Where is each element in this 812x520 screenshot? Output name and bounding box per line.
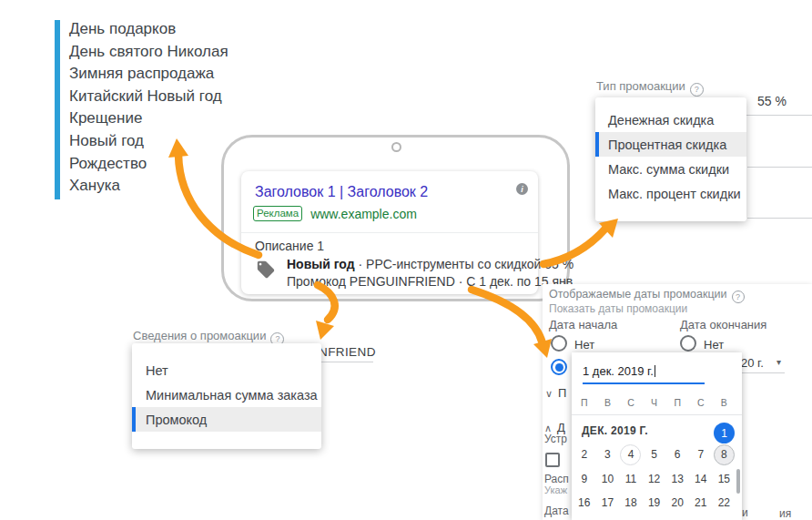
calendar-day[interactable]: 13: [665, 467, 689, 491]
promotion-type-label-text: Тип промоакции: [596, 79, 685, 93]
calendar-day[interactable]: 9: [573, 467, 596, 491]
day-number: 11: [620, 469, 641, 490]
holiday-list-accent-bar: [55, 20, 60, 199]
weekday: Ч: [643, 396, 666, 409]
calendar-day[interactable]: 22: [713, 491, 736, 515]
calendar-week-row: 16 17 18 19 20 21 22: [573, 491, 736, 515]
promo-occasion-name: Новый год: [287, 257, 355, 271]
holiday-occasion-list: День подарков День святого Николая Зимня…: [69, 18, 228, 198]
schedule-fragment: Расп: [544, 473, 569, 485]
calendar-day[interactable]: 21: [689, 491, 713, 515]
day-number: 14: [690, 469, 711, 490]
dropdown-option-money-discount[interactable]: Денежная скидка: [595, 107, 746, 132]
promotion-dates-sublabel: Показать даты промоакции: [549, 302, 687, 315]
list-item: День подарков: [69, 18, 228, 41]
promotion-details-label-text: Сведения о промоакции: [133, 329, 266, 342]
section-fragment-text: П: [558, 386, 566, 400]
ad-display-url: www.example.com: [310, 207, 417, 221]
ad-preview-card: Заголовок 1 | Заголовок 2 i Реклама www.…: [241, 171, 538, 294]
list-item: Новый год: [69, 130, 228, 153]
divider: [572, 414, 742, 415]
calendar-day[interactable]: 20: [665, 491, 689, 515]
calendar-day[interactable]: 18: [619, 491, 643, 515]
start-date-custom-radio[interactable]: [551, 359, 567, 375]
weekday: П: [665, 396, 689, 409]
calendar-day[interactable]: 4: [619, 443, 643, 466]
calendar-day[interactable]: 2: [573, 443, 596, 466]
ad-promo-code-line: Промокод PENGUINFRIEND · С 1 дек. по 15 …: [287, 274, 576, 289]
day-number: 7: [690, 444, 711, 465]
phone-camera-dot: [391, 142, 401, 152]
start-date-none-radio[interactable]: [551, 335, 567, 352]
dropdown-option-max-discount-percent[interactable]: Макс. процент скидки: [595, 181, 746, 206]
text-fragment: ия: [779, 507, 791, 520]
calendar-day[interactable]: 15: [713, 467, 736, 491]
calendar-day[interactable]: 10: [596, 467, 620, 491]
weekday: В: [596, 396, 620, 409]
day-number: 21: [690, 493, 711, 514]
promotion-type-dropdown: Денежная скидка Процентная скидка Макс. …: [595, 97, 746, 221]
devices-fragment: Устр: [544, 433, 567, 445]
calendar-day[interactable]: 14: [689, 467, 713, 491]
calendar-month-label: ДЕК. 2019 Г.: [582, 424, 648, 437]
info-icon[interactable]: i: [516, 183, 528, 195]
day-number: 13: [667, 469, 688, 490]
end-date-none-label: Нет: [704, 338, 724, 352]
list-item: Китайский Новый год: [69, 86, 228, 108]
dropdown-option-percent-discount[interactable]: Процентная скидка: [595, 132, 746, 157]
ad-badge: Реклама: [253, 206, 302, 221]
promo-offer-text: PPC-инструменты со скидкой 55 %: [366, 257, 573, 271]
date-input-value: 1 дек. 2019 г.: [583, 364, 654, 378]
calendar-day[interactable]: 19: [643, 491, 666, 515]
day-number: 17: [597, 493, 618, 514]
dropdown-option-none[interactable]: Нет: [132, 358, 321, 382]
start-date-none-label: Нет: [574, 338, 594, 352]
promotion-type-label: Тип промоакции?: [596, 79, 704, 97]
checkbox[interactable]: [545, 453, 560, 467]
calendar-day[interactable]: 3: [596, 443, 620, 466]
calendar-day[interactable]: 7: [689, 443, 713, 466]
calendar-day[interactable]: 12: [643, 467, 666, 491]
dropdown-arrow-icon[interactable]: ▾: [776, 357, 781, 367]
input-focus-underline: [583, 382, 705, 384]
calendar-day[interactable]: 17: [596, 491, 620, 515]
weekday: П: [573, 396, 596, 409]
arrowhead: [316, 321, 334, 340]
day-number: 5: [644, 444, 665, 465]
promotion-dates-label-text: Отображаемые даты промоакции: [549, 288, 727, 301]
field-underline: [319, 362, 373, 362]
calendar-day[interactable]: 16: [573, 491, 596, 515]
datepicker-popup: 1 дек. 2019 г. П В С Ч П С В ДЕК. 2019 Г…: [572, 352, 742, 520]
field-underline: [747, 167, 812, 168]
day-number: 9: [573, 469, 594, 490]
date-input[interactable]: 1 дек. 2019 г.: [583, 364, 655, 378]
calendar-day[interactable]: 8: [713, 443, 736, 466]
promotion-dates-panel: Отображаемые даты промоакции? Показать д…: [543, 284, 812, 520]
day-number: 12: [644, 469, 665, 490]
help-icon[interactable]: ?: [690, 83, 704, 97]
dropdown-option-min-order[interactable]: Минимальная сумма заказа: [132, 382, 321, 407]
calendar-day[interactable]: 11: [619, 467, 643, 491]
day-number: 4: [620, 444, 641, 465]
dropdown-option-promo-code[interactable]: Промокод: [132, 407, 321, 432]
scrollbar[interactable]: [736, 469, 740, 494]
end-date-none-radio[interactable]: [680, 335, 696, 352]
price-tag-icon: [256, 260, 276, 280]
collapsed-section-fragment[interactable]: ∨П: [545, 386, 566, 400]
end-date-select-value[interactable]: 20 г.: [741, 356, 764, 370]
field-underline: [746, 115, 812, 116]
calendar-day-selected[interactable]: 1: [714, 423, 735, 444]
ad-promo-line: Новый год · PPC-инструменты со скидкой 5…: [287, 257, 573, 271]
end-date-label: Дата окончания: [680, 318, 766, 331]
dropdown-option-max-discount-amount[interactable]: Макс. сумма скидки: [595, 157, 746, 181]
help-icon[interactable]: ?: [732, 291, 745, 303]
calendar-day[interactable]: 5: [643, 443, 666, 466]
day-number: 20: [667, 493, 688, 514]
weekday: С: [689, 396, 713, 409]
arrowhead: [599, 219, 618, 238]
calendar-week-row: 2 3 4 5 6 7 8: [573, 443, 736, 466]
screen: День подарков День святого Николая Зимня…: [0, 0, 812, 520]
calendar-day[interactable]: 6: [665, 443, 689, 466]
field-underline: [747, 218, 812, 219]
day-number: 15: [714, 469, 735, 490]
